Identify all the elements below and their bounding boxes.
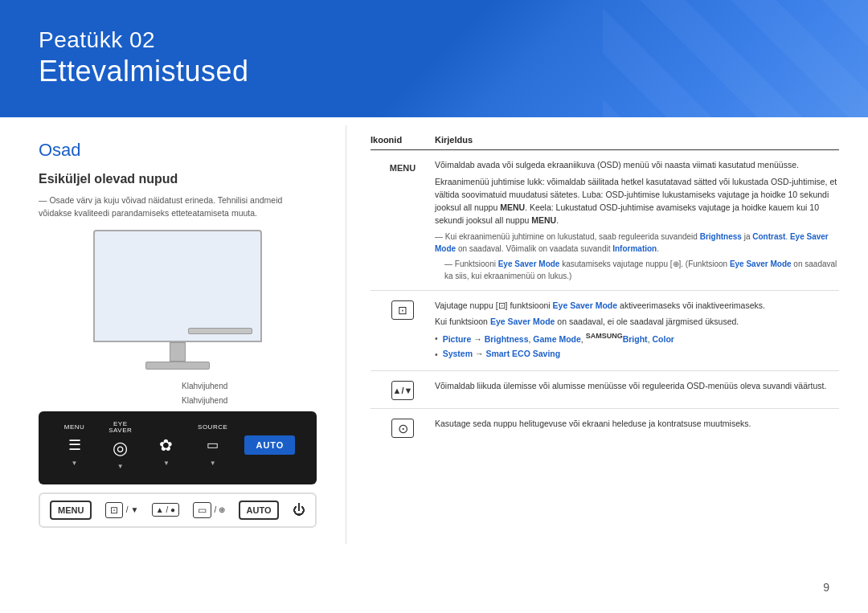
panel-source-group: SOURCE ▭ ▼: [198, 424, 227, 467]
page-header: Peatükk 02 Ettevalmistused: [0, 0, 868, 117]
panel-top-row: MENU ☰ ▼ EYESAVER ◎ ▼ ✿ ▼ S: [51, 421, 304, 470]
panel-source-arrow: ▼: [210, 460, 216, 467]
eye-desc-1: Vajutage nuppu [⊡] funktsiooni Eye Saver…: [435, 299, 839, 312]
klahvijuhend-text: Klahvijuhend: [182, 396, 227, 405]
panel-eye-arrow: ▼: [117, 463, 124, 470]
monitor-base: [145, 362, 210, 370]
table-row-menu: MENU Võimaldab avada või sulgeda ekraani…: [371, 150, 839, 290]
page-number: 9: [823, 581, 829, 594]
menu-icon-label: MENU: [390, 163, 416, 173]
panel-menu-icon: ☰: [60, 432, 89, 458]
monitor-illustration: [39, 230, 317, 370]
icon-cell-updown: ▲/▼: [371, 379, 435, 400]
menu-desc-1: Võimaldab avada või sulgeda ekraaniikuva…: [435, 158, 839, 171]
panel-eye-icon: ◎: [106, 435, 135, 461]
monitor-neck: [170, 342, 186, 362]
main-content: Osad Esiküljel olevad nupud Osade värv j…: [0, 117, 868, 544]
menu-desc-2: Ekraanimenüü juhtimise lukk: võimaldab s…: [435, 175, 839, 227]
ctrl-menu-button[interactable]: MENU: [50, 501, 92, 520]
monitor-buttons-strip: [188, 328, 252, 334]
ctrl-auto-button[interactable]: AUTO: [239, 501, 280, 520]
table-row-circle: ⊙ Kasutage seda nuppu helitugevuse või e…: [371, 409, 839, 446]
table-header: Ikoonid Kirjeldus: [371, 135, 839, 150]
desc-cell-circle: Kasutage seda nuppu helitugevuse või ekr…: [435, 417, 839, 430]
header-title: Ettevalmistused: [39, 55, 829, 88]
panel-source-label: SOURCE: [198, 424, 227, 431]
panel-menu-arrow: ▼: [72, 460, 78, 467]
subsection-title: Esiküljel olevad nupud: [39, 172, 317, 186]
eye-desc-2: Kui funktsioon Eye Saver Mode on saadava…: [435, 315, 839, 328]
panel-source-icon: ▭: [199, 432, 227, 458]
menu-subnote-1: Kui ekraanimenüü juhtimine on lukustatud…: [435, 231, 839, 255]
circle-icon: ⊙: [391, 419, 414, 438]
table-row-eye-saver: ⊡ Vajutage nuppu [⊡] funktsiooni Eye Sav…: [371, 291, 839, 372]
col-header-desc: Kirjeldus: [435, 135, 839, 145]
ctrl-updown-icon: ▲ / ●: [152, 503, 179, 517]
panel-menu-label: MENU: [64, 424, 85, 431]
button-panel: MENU ☰ ▼ EYESAVER ◎ ▼ ✿ ▼ S: [39, 411, 317, 484]
bullet-system-text: System → Smart ECO Saving: [443, 347, 560, 360]
eye-saver-icon: ⊡: [391, 300, 414, 320]
panel-auto-button[interactable]: AUTO: [244, 435, 295, 455]
desc-cell-eye: Vajutage nuppu [⊡] funktsiooni Eye Saver…: [435, 299, 839, 363]
panel-eye-label: EYESAVER: [108, 421, 132, 434]
bullet-system: • System → Smart ECO Saving: [435, 347, 839, 361]
icon-cell-menu: MENU: [371, 158, 435, 173]
ctrl-power-icon: ⏻: [293, 503, 305, 517]
panel-settings-label: [166, 424, 168, 431]
icon-cell-eye: ⊡: [371, 299, 435, 320]
section-title: Osad: [39, 140, 317, 161]
panel-settings-arrow: ▼: [163, 460, 170, 467]
table-row-updown: ▲/▼ Võimaldab liikuda ülemisse või alumi…: [371, 371, 839, 409]
note-text: Osade värv ja kuju võivad näidatust erin…: [39, 194, 317, 220]
panel-settings-group: ✿ ▼: [152, 424, 181, 467]
desc-cell-updown: Võimaldab liikuda ülemisse või alumisse …: [435, 379, 839, 392]
panel-settings-icon: ✿: [152, 432, 181, 458]
bullet-picture: • Picture → Brightness, Game Mode, SAMSU…: [435, 331, 839, 345]
ctrl-eye-icon: ⊡ / ▼: [105, 502, 138, 518]
bullet-picture-text: Picture → Brightness, Game Mode, SAMSUNG…: [443, 331, 674, 345]
chapter-label: Peatükk 02: [39, 26, 829, 55]
right-column: Ikoonid Kirjeldus MENU Võimaldab avada v…: [346, 117, 868, 544]
menu-subnote-2: Funktsiooni Eye Saver Mode kasutamiseks …: [444, 258, 839, 282]
bottom-controls-row: MENU ⊡ / ▼ ▲ / ● ▭ / ⊕ AUTO ⏻: [39, 492, 317, 528]
icon-cell-circle: ⊙: [371, 417, 435, 438]
panel-menu-group: MENU ☰ ▼: [60, 424, 89, 467]
desc-cell-menu: Võimaldab avada või sulgeda ekraaniikuva…: [435, 158, 839, 281]
left-column: Osad Esiküljel olevad nupud Osade värv j…: [0, 117, 346, 544]
ctrl-source-icon: ▭ / ⊕: [193, 502, 226, 518]
klahvijuhend-label: Klahvijuhend: [182, 382, 227, 390]
updown-desc: Võimaldab liikuda ülemisse või alumisse …: [435, 379, 839, 392]
updown-icon: ▲/▼: [391, 381, 414, 400]
col-header-icon: Ikoonid: [371, 135, 435, 145]
monitor-screen: [93, 230, 262, 342]
circle-desc: Kasutage seda nuppu helitugevuse või ekr…: [435, 417, 839, 430]
panel-eye-saver-group: EYESAVER ◎ ▼: [106, 421, 135, 470]
